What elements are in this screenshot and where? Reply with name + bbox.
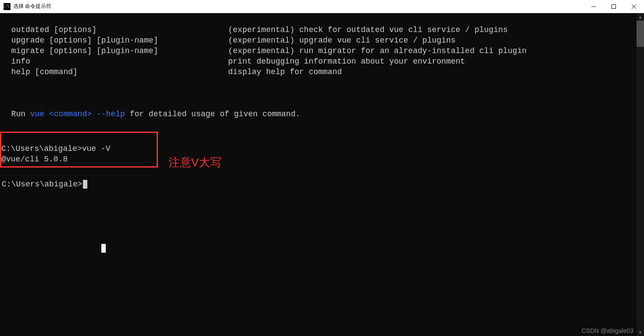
minimize-button[interactable] [583, 0, 604, 13]
help-description: (experimental) upgrade vue cli service /… [228, 35, 455, 46]
vue-help-command: vue <command> --help [30, 110, 125, 118]
scroll-down-button[interactable]: ▼ [637, 329, 644, 336]
window-title: 选择 命令提示符 [13, 3, 583, 10]
maximize-icon [612, 4, 616, 9]
annotation-text: 注意V大写 [168, 157, 222, 168]
scroll-up-button[interactable]: ▲ [637, 13, 644, 21]
help-description: display help for command [228, 67, 342, 77]
help-command: help [command] [2, 67, 228, 77]
run-prefix: Run [2, 110, 30, 118]
prompt-line: C:\Users\abigale> [2, 180, 82, 189]
svg-rect-1 [612, 4, 616, 8]
run-suffix: for detailed usage of given command. [125, 110, 301, 118]
help-row: upgrade [options] [plugin-name](experime… [2, 35, 637, 46]
terminal[interactable]: outdated [options](experimental) check f… [0, 13, 637, 336]
window-controls [583, 0, 644, 13]
scrollbar[interactable]: ▲ ▼ [637, 13, 644, 336]
help-row: outdated [options](experimental) check f… [2, 25, 637, 35]
version-output: @vue/cli 5.0.8 [1, 155, 68, 164]
titlebar: C:\. 选择 命令提示符 [0, 0, 644, 13]
help-description: print debugging information about your e… [228, 56, 465, 67]
help-description: (experimental) run migrator for an alrea… [228, 46, 527, 56]
help-row: help [command]display help for command [2, 67, 637, 77]
help-command: outdated [options] [2, 25, 228, 35]
help-row: infoprint debugging information about yo… [2, 56, 637, 67]
help-row: migrate [options] [plugin-name](experime… [2, 46, 637, 56]
text-cursor [83, 180, 87, 189]
help-description: (experimental) check for outdated vue cl… [228, 25, 508, 35]
cmd-icon: C:\. [4, 3, 11, 10]
help-command: info [2, 56, 228, 67]
selection-cursor [101, 244, 106, 253]
watermark: CSDN @abigale03 [582, 327, 634, 334]
maximize-button[interactable] [604, 0, 624, 13]
highlight-box: C:\Users\abigale>vue -V @vue/cli 5.0.8 [0, 132, 158, 168]
help-command: migrate [options] [plugin-name] [2, 46, 228, 56]
command-input-line: C:\Users\abigale>vue -V [1, 144, 110, 153]
close-icon [632, 4, 636, 9]
help-command: upgrade [options] [plugin-name] [2, 35, 228, 46]
scrollbar-thumb[interactable] [637, 21, 644, 47]
terminal-wrapper: outdated [options](experimental) check f… [0, 13, 644, 336]
minimize-icon [591, 4, 596, 9]
close-button[interactable] [624, 0, 644, 13]
